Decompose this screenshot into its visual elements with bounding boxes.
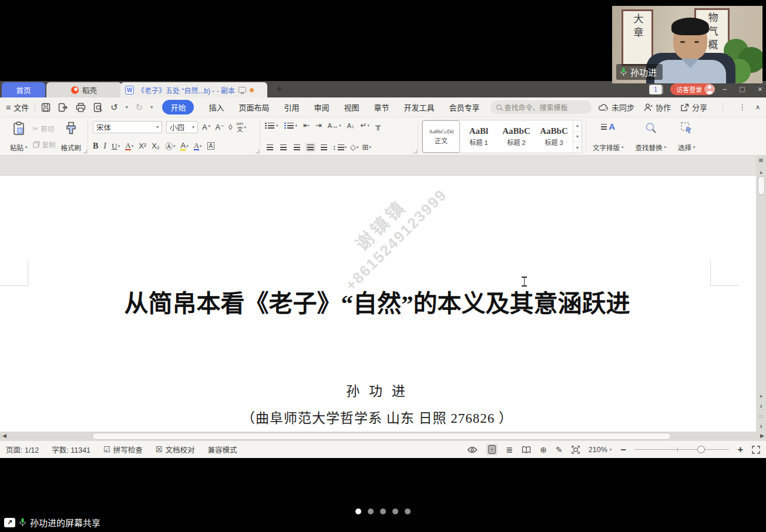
scroll-up-arrow[interactable]: ▲ [759,170,764,175]
ruler-toggle-icon[interactable]: ▦ [759,157,764,163]
paste-button[interactable]: 粘贴▾ [7,119,31,154]
select-button[interactable]: 选择▾ [675,119,698,154]
pagination-dot[interactable] [368,509,374,514]
menu-tab-review[interactable]: 审阅 [314,102,329,113]
shading-button[interactable]: ◇▾ [350,143,359,151]
browse-object-button[interactable]: □ [760,414,762,419]
vertical-scrollbar[interactable]: ▦ ▲ ▼ ⇞ □ ⇟ [756,156,766,432]
cut-button[interactable]: ✂ 剪切 [33,124,56,133]
print-preview-icon[interactable] [93,103,103,112]
pagination-dot[interactable] [392,509,398,514]
new-tab-button[interactable]: + [276,83,283,96]
web-layout-icon[interactable]: ⊕ [540,445,547,454]
read-mode-icon[interactable] [522,446,531,453]
format-painter-button[interactable]: 格式刷 [58,119,85,154]
collaborate-button[interactable]: 协作 [644,102,671,113]
clipboard-dialog-launcher[interactable] [83,150,87,153]
strikethrough-button[interactable]: A▾ [125,142,133,150]
scroll-right-arrow[interactable]: ▶ [760,433,764,439]
decrease-indent-button[interactable]: ⇤ [303,121,310,130]
shrink-font-button[interactable]: A⁻ [216,123,225,132]
text-layout-button[interactable]: A 文字排版▾ [590,119,627,154]
zoom-out-button[interactable]: − [620,445,626,455]
edit-mode-icon[interactable]: ✎ [556,445,563,454]
horizontal-scroll-thumb[interactable] [92,433,671,440]
underline-button[interactable]: U▾ [112,142,120,151]
align-center-button[interactable] [278,143,288,151]
zoom-slider[interactable] [635,446,729,454]
print-icon[interactable] [76,103,86,112]
style-heading2[interactable]: AaBbC 标题 2 [498,120,535,153]
undo-caret[interactable]: ▾ [126,105,128,110]
styles-scroll-down[interactable]: ▼ [573,131,582,142]
styles-more-button[interactable]: ▼ [573,142,582,153]
pagination-dot[interactable] [355,509,361,514]
find-replace-button[interactable]: 查找替换▾ [633,119,670,154]
increase-indent-button[interactable]: ⇥ [315,121,322,130]
menu-tab-references[interactable]: 引用 [284,102,299,113]
char-border-button[interactable]: A [207,142,215,150]
styles-scroll-up[interactable]: ▲ [573,120,582,131]
export-icon[interactable] [58,103,68,112]
tab-ruler-button[interactable]: ╥ [375,121,381,130]
font-color-button[interactable]: A▾ [194,142,202,150]
copy-button[interactable]: 复制 [33,140,56,149]
style-normal[interactable]: AaBbCcDd 正文 [422,120,460,153]
pagination-dot[interactable] [380,509,386,514]
font-name-select[interactable]: 宋体▾ [93,121,162,133]
command-search-input[interactable]: 查找命令、搜索模板 [490,100,592,114]
outline-view-icon[interactable]: ≣ [506,445,513,454]
menu-tab-view[interactable]: 视图 [344,102,359,113]
scroll-left-arrow[interactable]: ◀ [2,433,6,439]
zoom-in-button[interactable]: + [738,445,743,455]
char-scale-button[interactable]: A↔▾ [328,122,341,129]
vertical-scroll-thumb[interactable] [758,176,765,195]
menu-tab-section[interactable]: 章节 [374,102,389,113]
font-size-select[interactable]: 小四▾ [166,121,198,133]
sort-button[interactable]: A↓ [347,122,355,129]
zoom-level-select[interactable]: 210% ▾ [589,446,612,454]
spellcheck-button[interactable]: ☑ 拼写检查 [103,444,143,455]
font-dialog-launcher[interactable] [256,150,259,153]
bullet-list-button[interactable]: ▾ [265,123,278,129]
tab-home[interactable]: 首页 [2,82,45,97]
enclose-char-button[interactable]: Ⓐ▾ [165,140,176,151]
style-heading1[interactable]: AaBl 标题 1 [460,120,498,153]
distribute-button[interactable] [319,143,329,151]
word-count[interactable]: 字数: 11341 [52,444,90,455]
borders-button[interactable]: ⊞▾ [362,143,371,151]
justify-button[interactable] [305,143,315,151]
webcam-video[interactable]: 大章 物气概 孙功进 [612,6,762,83]
page-indicator[interactable]: 页面: 1/12 [6,444,39,455]
fullscreen-icon[interactable] [752,446,760,454]
tab-document[interactable]: W 《老子》五处 “自然...b) - - 副本 [120,82,267,97]
bold-button[interactable]: B [93,142,98,151]
pinyin-guide-button[interactable]: wén文 ▾ [237,122,246,132]
close-button[interactable]: × [758,85,762,94]
zoom-slider-knob[interactable] [697,446,705,453]
sync-status-button[interactable]: 未同步 [599,102,634,113]
show-marks-button[interactable]: ↵▾ [361,121,369,130]
fit-page-button[interactable] [572,446,580,454]
guest-login-button[interactable]: 访客登录 [670,83,714,95]
align-right-button[interactable] [292,143,302,151]
proofread-button[interactable]: ☒ 文档校对 [156,444,195,455]
line-spacing-button[interactable]: ↕▾ [332,143,347,151]
redo-icon[interactable]: ↻ [136,102,143,113]
menu-tab-member[interactable]: 会员专享 [449,102,480,113]
highlight-color-button[interactable]: A▾ [180,142,188,151]
menu-tab-dev-tools[interactable]: 开发工具 [404,102,434,113]
clear-format-button[interactable]: ◊ [229,123,232,132]
share-button[interactable]: 分享 [680,102,707,113]
numbered-list-button[interactable]: ▾ [284,123,298,129]
eye-protect-icon[interactable] [467,446,478,453]
superscript-button[interactable]: X² [139,142,146,150]
subscript-button[interactable]: X₂ [152,142,160,150]
tab-docer[interactable]: 稻壳 [46,82,122,97]
next-page-button[interactable]: ⇟ [759,424,763,429]
window-count-badge[interactable]: 1 [649,85,662,95]
undo-icon[interactable]: ↺ [110,102,118,113]
menu-tab-home[interactable]: 开始 [162,100,194,115]
minimize-button[interactable]: − [722,85,727,94]
document-canvas[interactable]: 谢镇镇 +8615249123999 从简帛本看《老子》“自然”的本义及其意涵跃… [0,156,766,432]
